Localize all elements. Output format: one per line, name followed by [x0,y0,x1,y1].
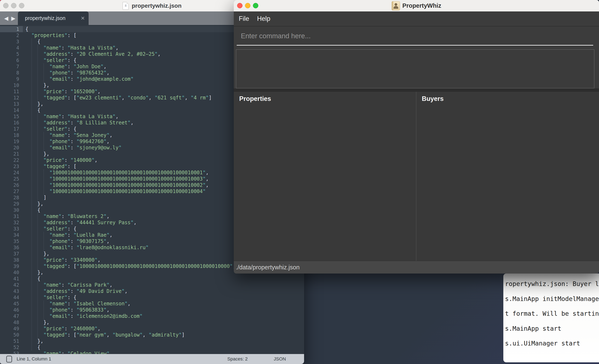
document-icon: s [123,2,129,10]
terminal-window: ropertywhiz.json: Buyer ls.MainApp initM… [503,274,599,362]
code-line: "price": "2460000", [25,326,304,332]
line-number: 12 [0,95,23,101]
line-number: 52 [0,344,23,350]
line-number: 43 [0,288,23,294]
line-number: 30 [0,207,23,213]
nav-forward-icon[interactable]: ▶ [11,15,15,22]
line-number: 22 [0,157,23,163]
panels: Properties Buyers [234,92,599,261]
propertywhiz-window-title: PropertyWhiz [403,2,441,9]
code-line: "tagged": ["near gym", "bungalow", "admi… [25,332,304,338]
tab-propertywhiz-json[interactable]: propertywhiz.json ✕ [18,11,88,25]
command-area [234,27,599,49]
line-number: 8 [0,70,23,76]
indent-guide [44,169,44,195]
indent-guide [44,63,44,82]
menu-help[interactable]: Help [257,15,270,22]
command-output-box [236,49,594,89]
line-number: 50 [0,332,23,338]
properties-header: Properties [234,92,416,103]
cursor-position: Line 1, Column 1 [17,354,51,364]
line-number: 5 [0,51,23,57]
code-line: { [25,344,304,350]
line-number: 21 [0,151,23,157]
line-number: 9 [0,76,23,82]
code-line: { [25,275,304,282]
code-line: "name": "Isabel Clemenson", [25,301,304,307]
line-number: 29 [0,201,23,207]
line-number: 11 [0,89,23,95]
command-input-underline [237,45,593,45]
line-number: 31 [0,213,23,219]
indent-guide [44,232,44,251]
line-number: 44 [0,294,23,301]
line-number: 28 [0,195,23,201]
buyers-panel[interactable]: Buyers [416,92,599,261]
code-line: "email": "iclemenson2@imdb.com" [25,313,304,319]
line-number: 6 [0,57,23,63]
line-number: 10 [0,82,23,89]
line-number: 40 [0,269,23,275]
indent-guide [37,45,38,344]
editor-window-title: propertywhiz.json [132,2,182,9]
line-number: 26 [0,182,23,188]
nav-back-icon[interactable]: ◀ [4,15,8,22]
code-line: }, [25,319,304,326]
line-number: 45 [0,301,23,307]
indent-guide [44,132,44,151]
line-number: 27 [0,188,23,195]
address-book-icon [392,1,400,10]
line-number: 14 [0,107,23,113]
data-file-path: ./data/propertywhiz.json [236,261,300,274]
log-line: t format. Will be startin [505,306,599,321]
line-number: 46 [0,307,23,313]
editor-statusbar: Line 1, Column 1 Spaces: 2 JSON [0,354,304,364]
line-number: 37 [0,251,23,257]
code-line: "name": "Carissa Park", [25,282,304,288]
line-number-gutter: 1234567891011121314151617181920212223242… [0,26,23,354]
propertywhiz-titlebar: PropertyWhiz [234,0,599,11]
line-number: 2 [0,32,23,38]
line-number: 1 [0,26,23,32]
code-line: "phone": "95063833", [25,307,304,313]
panel-separator [234,89,599,92]
syntax-mode[interactable]: JSON [274,354,286,364]
line-number: 13 [0,101,23,107]
tab-close-icon[interactable]: ✕ [81,11,85,25]
line-number: 49 [0,326,23,332]
log-line: s.MainApp initModelManage [505,291,599,306]
propertywhiz-statusbar: ./data/propertywhiz.json [234,261,599,274]
line-number: 34 [0,232,23,238]
line-number: 38 [0,257,23,263]
line-number: 42 [0,282,23,288]
log-line: ropertywhiz.json: Buyer l [505,276,599,291]
properties-panel[interactable]: Properties [234,92,416,261]
desktop: ropertywhiz.json: Buyer ls.MainApp initM… [0,0,599,364]
code-line: }, [25,338,304,344]
indent-guide [31,38,32,350]
indent-guide [44,301,44,319]
code-line: "name": "Celadon View", [25,350,304,354]
code-line: "seller": { [25,294,304,301]
line-number: 39 [0,263,23,269]
indent-setting[interactable]: Spaces: 2 [227,354,248,364]
command-input[interactable] [240,32,584,40]
line-number: 33 [0,226,23,232]
line-number: 7 [0,63,23,70]
menu-file[interactable]: File [239,15,249,22]
line-number: 17 [0,126,23,132]
line-number: 53 [0,350,23,354]
line-number: 24 [0,169,23,176]
panel-toggle-icon[interactable] [6,356,12,363]
code-line: "address": "49 David Drive", [25,288,304,294]
line-number: 23 [0,163,23,169]
tab-label: propertywhiz.json [25,11,66,25]
line-number: 25 [0,176,23,182]
line-number: 15 [0,113,23,120]
line-number: 32 [0,219,23,226]
line-number: 48 [0,319,23,326]
line-number: 47 [0,313,23,319]
line-number: 4 [0,45,23,51]
log-line: s.ui.UiManager start [505,336,599,351]
line-number: 19 [0,138,23,145]
